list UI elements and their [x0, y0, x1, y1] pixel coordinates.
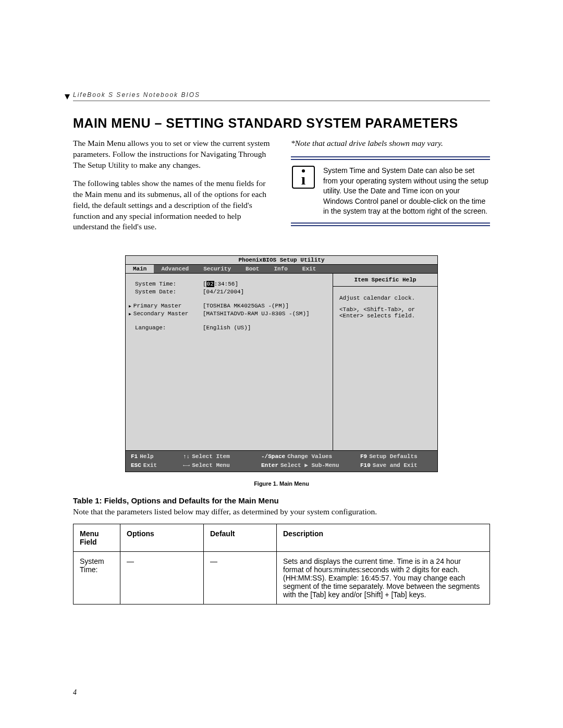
bios-key-esc-label: Exit	[143, 462, 157, 468]
bios-tab-info: Info	[266, 265, 295, 273]
info-icon: ı	[292, 166, 315, 189]
bios-key-leftright: ←→	[183, 462, 190, 468]
bios-key-f10: F10	[360, 462, 371, 468]
header-marker-icon	[65, 94, 70, 100]
bios-system-time-label: System Time:	[135, 281, 203, 287]
bios-tab-boot: Boot	[238, 265, 266, 273]
table-note: Note that the parameters listed below ma…	[73, 507, 490, 516]
figure-caption: Figure 1. Main Menu	[73, 480, 490, 487]
bios-key-enter-label: Select ▶ Sub-Menu	[280, 462, 339, 468]
fields-table: Menu Field Options Default Description S…	[73, 524, 490, 604]
bios-key-updown-label: Select Item	[192, 453, 230, 460]
bios-help-line1: Adjust calendar clock.	[339, 295, 431, 301]
bios-time-hours-selected: 02	[206, 281, 214, 287]
bios-secondary-master-value: [MATSHITADVD-RAM UJ-830S -(SM)]	[203, 311, 327, 317]
bios-footer: F1Help ↑↓Select Item -/SpaceChange Value…	[126, 451, 437, 472]
th-menu-field: Menu Field	[74, 524, 120, 552]
bios-screenshot: PhoenixBIOS Setup Utility Main Advanced …	[125, 255, 438, 472]
bios-key-space-label: Change Values	[287, 453, 332, 460]
info-rule-bot2	[291, 225, 490, 226]
bios-system-date-label: System Date:	[135, 289, 203, 295]
drive-label-note: *Note that actual drive labels shown may…	[291, 138, 490, 149]
bios-menubar: Main Advanced Security Boot Info Exit	[126, 265, 437, 274]
bios-key-updown: ↑↓	[183, 453, 190, 460]
table-title: Table 1: Fields, Options and Defaults fo…	[73, 496, 490, 505]
info-callout: ı System Time and System Date can also b…	[291, 156, 490, 226]
bios-key-f9: F9	[360, 453, 367, 460]
bios-key-space: -/Space	[261, 453, 285, 460]
bios-key-f1: F1	[131, 453, 138, 460]
bios-primary-master-value: [TOSHIBA MK4025GAS -(PM)]	[203, 303, 327, 309]
bios-key-leftright-label: Select Menu	[192, 462, 230, 468]
intro-paragraph-2: The following tables show the names of t…	[73, 178, 272, 233]
bios-key-f10-label: Save and Exit	[373, 462, 418, 468]
bios-tab-advanced: Advanced	[154, 265, 196, 273]
bios-tab-main: Main	[126, 265, 154, 273]
th-options: Options	[120, 524, 204, 552]
bios-language-label: Language:	[135, 325, 203, 331]
info-rule-top2	[291, 159, 490, 160]
bios-key-f9-label: Setup Defaults	[369, 453, 417, 460]
th-description: Description	[277, 524, 490, 552]
bios-help-line2: <Tab>, <Shift-Tab>, or <Enter> selects f…	[339, 306, 431, 319]
page-title: MAIN MENU – SETTING STANDARD SYSTEM PARA…	[73, 116, 490, 131]
page-number: 4	[73, 688, 77, 697]
info-text: System Time and System Date can also be …	[323, 166, 490, 217]
bios-tab-security: Security	[196, 265, 238, 273]
cell-field: System Time:	[74, 552, 120, 604]
bios-key-esc: ESC	[131, 462, 141, 468]
intro-paragraph-1: The Main Menu allows you to set or view …	[73, 138, 272, 171]
bios-time-rest: :34:56]	[214, 281, 238, 287]
bios-language-value: [English (US)]	[203, 325, 327, 331]
header-rule	[73, 101, 490, 101]
bios-system-date-value: [04/21/2004]	[203, 289, 327, 295]
bios-system-time-value: [02:34:56]	[203, 281, 327, 287]
running-head-text: LifeBook S Series Notebook BIOS	[73, 91, 200, 98]
intro-left-column: The Main Menu allows you to set or view …	[73, 138, 272, 240]
bios-key-enter: Enter	[261, 462, 278, 468]
bios-title: PhoenixBIOS Setup Utility	[126, 256, 437, 265]
info-rule-bot	[291, 223, 490, 224]
table-row: System Time: — — Sets and displays the c…	[74, 552, 490, 604]
cell-default: —	[204, 552, 277, 604]
th-default: Default	[204, 524, 277, 552]
cell-options: —	[120, 552, 204, 604]
cell-description: Sets and displays the current time. Time…	[277, 552, 490, 604]
bios-main-panel: System Time: [02:34:56] System Date: [04…	[126, 274, 333, 450]
bios-tab-exit: Exit	[295, 265, 323, 273]
bios-help-title: Item Specific Help	[333, 274, 437, 287]
bios-primary-master-label: Primary Master	[135, 303, 203, 309]
running-head: LifeBook S Series Notebook BIOS	[73, 91, 490, 98]
bios-secondary-master-label: Secondary Master	[135, 311, 203, 317]
bios-help-panel: Item Specific Help Adjust calendar clock…	[333, 274, 437, 450]
intro-right-column: *Note that actual drive labels shown may…	[291, 138, 490, 240]
info-rule-top	[291, 156, 490, 157]
bios-key-f1-label: Help	[140, 453, 153, 460]
